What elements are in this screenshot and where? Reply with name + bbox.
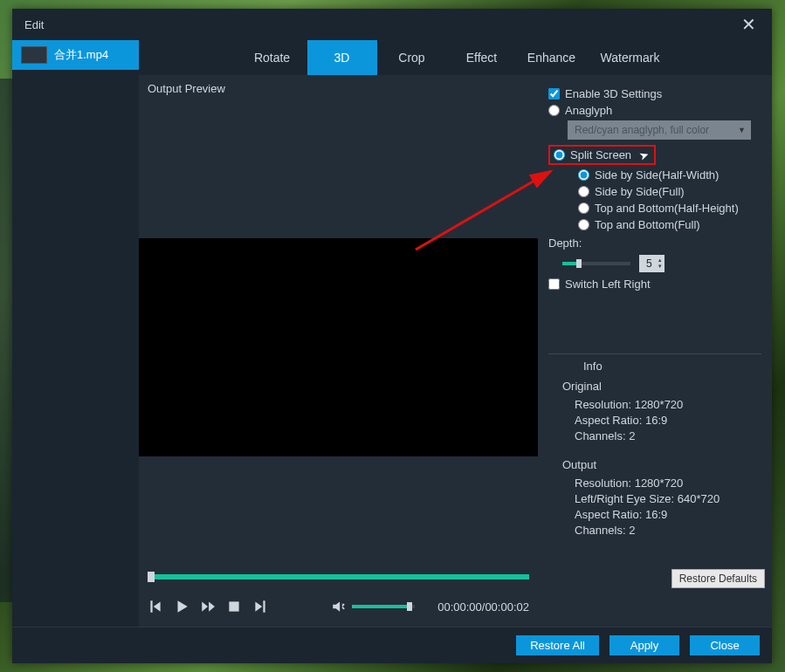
restore-all-button[interactable]: Restore All	[516, 635, 599, 655]
tab-enhance[interactable]: Enhance	[517, 40, 587, 75]
anaglyph-dropdown-value: Red/cyan anaglyph, full color	[575, 124, 709, 136]
settings-panel: Enable 3D Settings Anaglyph Red/cyan ana…	[538, 75, 772, 627]
volume-icon[interactable]	[331, 599, 347, 614]
info-header: Info	[583, 360, 761, 373]
depth-label-row: Depth:	[548, 237, 761, 250]
output-resolution: Resolution: 1280*720	[575, 477, 761, 490]
preview-video	[139, 238, 538, 456]
close-button[interactable]: Close	[690, 635, 760, 655]
split-screen-label: Split Screen	[570, 148, 631, 161]
volume-fill	[352, 605, 409, 608]
output-head: Output	[562, 458, 761, 471]
sbs-half-row[interactable]: Side by Side(Half-Width)	[578, 168, 761, 182]
tab-watermark[interactable]: Watermark	[587, 40, 674, 75]
original-resolution: Resolution: 1280*720	[575, 398, 761, 411]
content: Output Preview	[12, 75, 772, 627]
output-aspect: Aspect Ratio: 16:9	[575, 508, 761, 521]
tb-full-label: Top and Bottom(Full)	[595, 218, 700, 231]
depth-fill	[562, 262, 577, 265]
preview-column: Output Preview	[139, 75, 538, 627]
volume-thumb[interactable]	[407, 602, 412, 611]
preview-label: Output Preview	[139, 75, 538, 100]
file-thumb	[21, 46, 47, 64]
edit-window: Edit ✕ 合并1.mp4 Rotate 3D Crop Effect Enh…	[12, 9, 772, 663]
info-divider	[548, 353, 761, 354]
switch-lr-row[interactable]: Switch Left Right	[548, 278, 761, 291]
play-icon[interactable]	[174, 599, 189, 614]
preview-top-area	[139, 100, 538, 238]
tab-effect[interactable]: Effect	[447, 40, 517, 75]
file-tab[interactable]: 合并1.mp4	[12, 40, 139, 70]
svg-rect-0	[229, 601, 238, 611]
sbs-half-label: Side by Side(Half-Width)	[595, 168, 719, 182]
tb-full-radio[interactable]	[578, 219, 589, 230]
footer: Restore All Apply Close	[12, 627, 772, 663]
anaglyph-row[interactable]: Anaglyph	[548, 104, 761, 117]
volume-control[interactable]	[331, 599, 415, 614]
anaglyph-radio[interactable]	[548, 105, 560, 116]
prev-icon[interactable]	[148, 599, 163, 614]
tb-half-radio[interactable]	[578, 202, 589, 214]
split-screen-radio[interactable]	[554, 149, 565, 161]
time-display: 00:00:00/00:00:02	[437, 600, 529, 614]
tab-crop[interactable]: Crop	[377, 40, 447, 75]
depth-slider[interactable]	[562, 262, 630, 265]
main-tabs: Rotate 3D Crop Effect Enhance Watermark	[139, 40, 772, 75]
file-tab-label: 合并1.mp4	[54, 47, 108, 63]
output-channels: Channels: 2	[575, 524, 761, 537]
fastfwd-icon[interactable]	[200, 599, 216, 614]
tb-half-row[interactable]: Top and Bottom(Half-Height)	[578, 202, 761, 215]
info-output: Output Resolution: 1280*720 Left/Right E…	[562, 458, 761, 537]
timeline-thumb[interactable]	[148, 572, 155, 582]
apply-button[interactable]: Apply	[609, 635, 679, 655]
depth-spinner[interactable]: 5 ▲▼	[639, 255, 664, 272]
depth-row: 5 ▲▼	[562, 255, 761, 272]
timeline-track[interactable]	[148, 574, 529, 579]
switch-lr-checkbox[interactable]	[548, 278, 560, 290]
close-icon[interactable]: ✕	[734, 10, 763, 38]
tab-rotate[interactable]: Rotate	[238, 40, 307, 75]
tb-half-label: Top and Bottom(Half-Height)	[595, 202, 739, 215]
titlebar: Edit ✕	[12, 9, 772, 40]
stop-icon[interactable]	[226, 599, 242, 614]
sbs-full-label: Side by Side(Full)	[595, 185, 685, 198]
left-sidebar	[12, 75, 139, 627]
tabs-row: 合并1.mp4 Rotate 3D Crop Effect Enhance Wa…	[12, 40, 772, 75]
depth-value: 5	[646, 257, 652, 270]
volume-slider[interactable]	[352, 605, 415, 608]
depth-thumb[interactable]	[576, 259, 582, 268]
original-head: Original	[562, 380, 761, 393]
window-title: Edit	[24, 18, 44, 31]
sbs-full-radio[interactable]	[578, 186, 589, 197]
output-eyesize: Left/Right Eye Size: 640*720	[575, 492, 761, 505]
split-screen-row[interactable]: Split Screen ➤	[548, 145, 761, 165]
spinner-buttons[interactable]: ▲▼	[658, 257, 663, 270]
original-channels: Channels: 2	[575, 429, 761, 442]
next-icon[interactable]	[252, 599, 268, 614]
anaglyph-dropdown[interactable]: Red/cyan anaglyph, full color	[568, 120, 751, 140]
tb-full-row[interactable]: Top and Bottom(Full)	[578, 218, 761, 231]
original-aspect: Aspect Ratio: 16:9	[575, 414, 761, 427]
depth-label: Depth:	[548, 237, 582, 250]
tab-3d[interactable]: 3D	[307, 40, 377, 75]
playback-controls: 00:00:00/00:00:02	[139, 586, 538, 627]
enable-3d-checkbox[interactable]	[548, 88, 560, 99]
preview-spacer	[139, 456, 538, 560]
switch-lr-label: Switch Left Right	[565, 278, 651, 291]
restore-defaults-button[interactable]: Restore Defaults	[671, 569, 765, 588]
sbs-full-row[interactable]: Side by Side(Full)	[578, 185, 761, 198]
cursor-icon: ➤	[637, 147, 651, 163]
enable-3d-label: Enable 3D Settings	[565, 87, 662, 100]
background-edge	[0, 79, 12, 602]
timeline[interactable]	[139, 560, 538, 586]
split-screen-highlight: Split Screen ➤	[548, 145, 656, 165]
info-original: Original Resolution: 1280*720 Aspect Rat…	[562, 380, 761, 442]
enable-3d-row[interactable]: Enable 3D Settings	[548, 87, 761, 100]
anaglyph-label: Anaglyph	[565, 104, 612, 117]
sbs-half-radio[interactable]	[578, 169, 589, 181]
